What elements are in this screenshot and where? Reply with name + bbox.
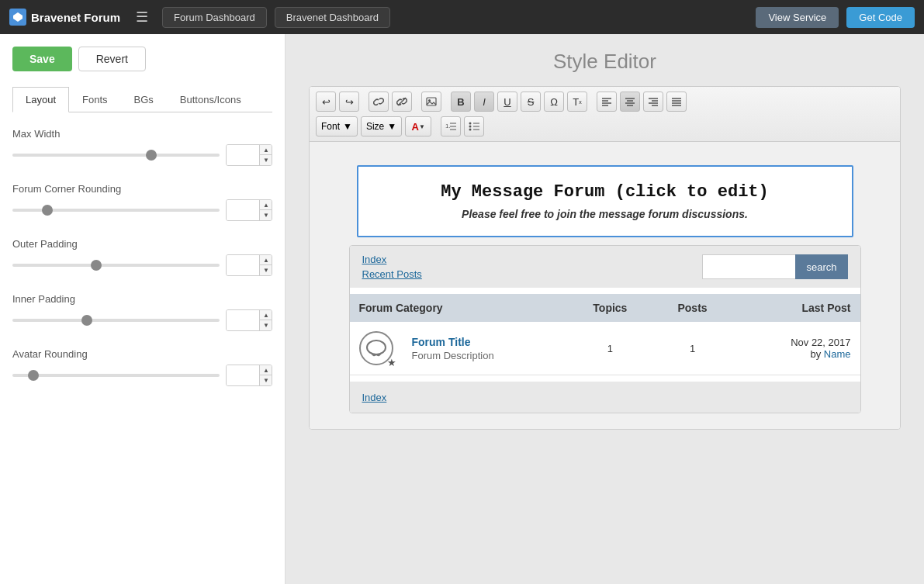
footer-index-link[interactable]: Index	[362, 392, 387, 403]
link-button[interactable]	[369, 92, 389, 112]
forum-dashboard-btn[interactable]: Forum Dashboard	[162, 7, 267, 28]
recent-posts-link[interactable]: Recent Posts	[362, 268, 422, 280]
align-left-button[interactable]	[597, 92, 617, 112]
inner-padding-value[interactable]: 20	[227, 310, 259, 330]
svg-point-3	[428, 99, 431, 102]
style-editor-title: Style Editor	[309, 50, 901, 74]
forum-category-header: Forum Category	[350, 294, 567, 322]
brand-icon	[9, 9, 26, 26]
forum-title: My Message Forum (click to edit)	[374, 182, 836, 202]
max-width-value[interactable]: 1200	[227, 145, 259, 165]
avatar-rounding-down[interactable]: ▼	[260, 375, 272, 385]
topics-header: Topics	[567, 294, 653, 322]
avatar-rounding-input-group: 4 ▲ ▼	[226, 365, 272, 386]
max-width-down[interactable]: ▼	[260, 155, 272, 165]
view-service-button[interactable]: View Service	[756, 7, 839, 28]
forum-nav-links: Index Recent Posts	[362, 254, 422, 280]
tab-fonts[interactable]: Fonts	[69, 87, 121, 112]
inner-padding-down[interactable]: ▼	[260, 320, 272, 330]
tab-bar: Layout Fonts BGs Buttons/Icons	[12, 87, 272, 112]
get-code-button[interactable]: Get Code	[846, 7, 915, 28]
bold-button[interactable]: B	[451, 92, 471, 112]
omega-button[interactable]: Ω	[544, 92, 564, 112]
forum-title-link[interactable]: Forum Title	[412, 336, 558, 348]
font-dropdown[interactable]: Font ▼	[316, 116, 358, 136]
save-button[interactable]: Save	[12, 47, 72, 71]
align-justify-button[interactable]	[666, 92, 687, 112]
forum-info-cell: Forum Title Forum Description	[403, 322, 567, 375]
outer-padding-value[interactable]: 25	[227, 255, 259, 275]
corner-rounding-arrows: ▲ ▼	[259, 200, 272, 220]
svg-point-25	[469, 126, 472, 128]
forum-search-button[interactable]: search	[795, 254, 847, 279]
editor-toolbar: ↩ ↪ B I U S Ω Tx	[310, 87, 900, 142]
forum-table: Forum Category Topics Posts Last Post	[350, 294, 860, 375]
forum-footer-nav: Index	[350, 382, 860, 413]
corner-rounding-slider[interactable]	[12, 209, 220, 212]
max-width-input-group: 1200 ▲ ▼	[226, 144, 272, 166]
inner-padding-slider[interactable]	[12, 319, 220, 322]
index-link[interactable]: Index	[362, 254, 422, 265]
toolbar-row2: Font ▼ Size ▼ A ▼ 1.	[316, 116, 894, 136]
forum-icon-star: ★	[387, 357, 396, 368]
corner-rounding-up[interactable]: ▲	[260, 200, 272, 210]
brand-logo: Bravenet Forum	[9, 9, 120, 26]
last-post-cell: Nov 22, 2017 by Name	[732, 322, 860, 375]
revert-button[interactable]: Revert	[78, 47, 146, 71]
last-post-date: Nov 22, 2017	[791, 337, 850, 348]
unlink-button[interactable]	[392, 92, 412, 112]
svg-point-30	[367, 340, 386, 354]
inner-padding-input-group: 20 ▲ ▼	[226, 309, 272, 331]
size-dropdown[interactable]: Size ▼	[361, 116, 402, 136]
outer-padding-input-group: 25 ▲ ▼	[226, 254, 272, 276]
max-width-label: Max Width	[12, 128, 272, 140]
strikethrough-button[interactable]: S	[521, 92, 541, 112]
italic-button[interactable]: I	[474, 92, 494, 112]
sidebar: Save Revert Layout Fonts BGs Buttons/Ico…	[0, 34, 286, 584]
inner-padding-up[interactable]: ▲	[260, 310, 272, 320]
forum-header-edit[interactable]: My Message Forum (click to edit) Please …	[357, 165, 853, 237]
ordered-list-button[interactable]: 1.	[441, 116, 461, 136]
inner-padding-slider-row: 20 ▲ ▼	[12, 309, 272, 331]
corner-rounding-down[interactable]: ▼	[260, 210, 272, 220]
svg-line-1	[398, 98, 406, 105]
inner-forum: Index Recent Posts search	[349, 245, 861, 413]
max-width-up[interactable]: ▲	[260, 145, 272, 155]
sidebar-actions: Save Revert	[12, 47, 272, 71]
undo-button[interactable]: ↩	[316, 92, 336, 112]
last-post-by: by	[810, 348, 821, 360]
outer-padding-slider[interactable]	[12, 264, 220, 267]
clear-format-button[interactable]: Tx	[567, 92, 587, 112]
font-color-button[interactable]: A ▼	[405, 116, 431, 136]
tab-buttons-icons[interactable]: Buttons/Icons	[167, 87, 254, 112]
corner-rounding-value[interactable]: 4	[227, 200, 259, 220]
unordered-list-button[interactable]	[464, 116, 484, 136]
outer-padding-down[interactable]: ▼	[260, 265, 272, 275]
bravenet-dashboard-btn[interactable]: Bravenet Dashboard	[275, 7, 390, 28]
forum-search-area: search	[702, 254, 847, 279]
size-dropdown-arrow: ▼	[387, 121, 396, 132]
last-post-name[interactable]: Name	[824, 348, 851, 360]
avatar-rounding-slider[interactable]	[12, 374, 220, 377]
tab-layout[interactable]: Layout	[12, 87, 69, 112]
tab-bgs[interactable]: BGs	[121, 87, 167, 112]
redo-button[interactable]: ↪	[339, 92, 359, 112]
brand-name: Bravenet Forum	[31, 11, 120, 24]
image-button[interactable]	[421, 92, 441, 112]
align-right-button[interactable]	[643, 92, 663, 112]
align-center-button[interactable]	[620, 92, 640, 112]
outer-padding-up[interactable]: ▲	[260, 255, 272, 265]
forum-nav-area: Index Recent Posts search	[350, 246, 860, 288]
forum-icon-cell: ★	[350, 322, 403, 375]
hamburger-icon[interactable]: ☰	[136, 9, 148, 26]
underline-button[interactable]: U	[497, 92, 517, 112]
top-navigation: Bravenet Forum ☰ Forum Dashboard Bravene…	[0, 0, 924, 34]
avatar-rounding-slider-row: 4 ▲ ▼	[12, 365, 272, 386]
forum-search-input[interactable]	[702, 254, 795, 279]
avatar-rounding-value[interactable]: 4	[227, 365, 259, 385]
forum-preview: My Message Forum (click to edit) Please …	[310, 142, 900, 429]
avatar-rounding-up[interactable]: ▲	[260, 365, 272, 375]
max-width-slider[interactable]	[12, 154, 220, 157]
inner-padding-control: Inner Padding 20 ▲ ▼	[12, 293, 272, 331]
font-dropdown-arrow: ▼	[343, 121, 352, 132]
